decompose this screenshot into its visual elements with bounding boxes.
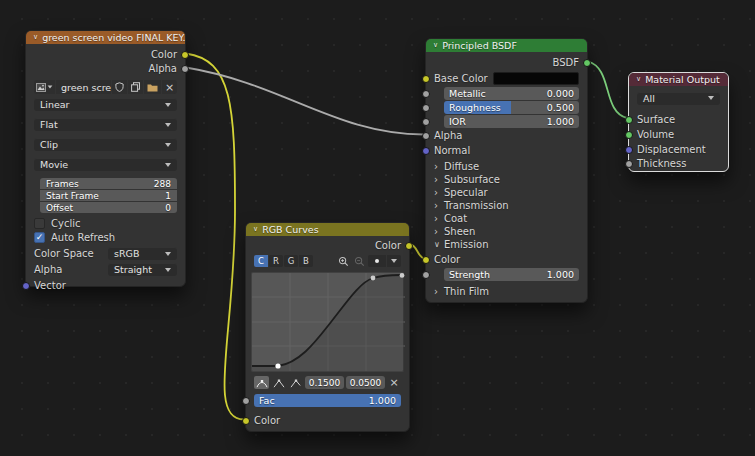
curve-point[interactable] — [371, 276, 376, 281]
ior-row: IOR 1.000 — [426, 115, 587, 128]
strength-slider[interactable]: Strength 1.000 — [444, 268, 579, 281]
bsdf-output-row: BSDF — [426, 56, 587, 69]
channel-g-button[interactable]: G — [284, 255, 298, 267]
output-color-row: Color — [26, 48, 185, 61]
zoom-out-button[interactable] — [352, 255, 367, 267]
offset-value: 0 — [165, 203, 171, 213]
auto-refresh-label: Auto Refresh — [51, 232, 115, 243]
open-image-button[interactable] — [144, 80, 161, 94]
delete-point-button[interactable]: × — [387, 376, 401, 389]
normal-input-socket[interactable] — [422, 147, 430, 155]
alpha-mode-dropdown[interactable]: Straight — [108, 263, 177, 276]
cyclic-checkbox[interactable] — [34, 218, 45, 229]
principled-header[interactable]: ∨ Principled BSDF — [426, 39, 587, 52]
interpolation-dropdown[interactable]: Linear — [34, 98, 177, 111]
metallic-socket[interactable] — [422, 90, 430, 98]
material-output-header[interactable]: ∨ Material Output — [629, 73, 728, 86]
zoom-in-button[interactable] — [336, 255, 351, 267]
target-dropdown[interactable]: All — [637, 92, 720, 105]
section-sheen[interactable]: › Sheen — [426, 225, 587, 238]
channel-b-button[interactable]: B — [299, 255, 313, 267]
alpha-mode-value: Straight — [114, 264, 152, 275]
node-editor-canvas[interactable]: ∨ green screen video FINAL KEY.mov Color… — [0, 0, 755, 456]
principled-bsdf-node[interactable]: ∨ Principled BSDF BSDF Base Color Metall… — [425, 38, 588, 303]
handle-vector-button[interactable] — [271, 376, 286, 389]
point-x-field[interactable]: 0.1500 — [305, 376, 344, 389]
wire-bsdf-to-surface[interactable] — [588, 62, 627, 119]
start-frame-value: 1 — [165, 191, 171, 201]
section-diffuse[interactable]: › Diffuse — [426, 160, 587, 173]
base-color-socket[interactable] — [422, 75, 430, 83]
section-label: Transmission — [444, 200, 509, 211]
projection-dropdown[interactable]: Flat — [34, 118, 177, 131]
curves-color-output-socket[interactable] — [405, 242, 413, 250]
rgb-curves-header[interactable]: ∨ RGB Curves — [246, 223, 409, 236]
fake-user-button[interactable] — [112, 80, 127, 94]
curve-widget[interactable] — [251, 272, 404, 372]
ior-socket[interactable] — [422, 118, 430, 126]
emission-color-socket[interactable] — [422, 256, 430, 264]
fac-input-socket[interactable] — [242, 397, 250, 405]
color-space-dropdown[interactable]: sRGB — [108, 247, 177, 260]
base-color-swatch[interactable] — [493, 72, 579, 85]
curve-point-selected[interactable] — [275, 363, 280, 368]
rgb-curves-node[interactable]: ∨ RGB Curves Color C R G B — [245, 222, 410, 432]
section-transmission[interactable]: › Transmission — [426, 199, 587, 212]
bsdf-output-socket[interactable] — [583, 59, 591, 67]
metallic-label: Metallic — [449, 88, 486, 99]
clipping-button[interactable] — [368, 255, 386, 267]
collapse-icon[interactable]: ∨ — [33, 34, 38, 41]
section-subsurface[interactable]: › Subsurface — [426, 173, 587, 186]
wire-color-to-curves[interactable] — [186, 54, 244, 420]
section-emission[interactable]: ∨ Emission — [426, 238, 587, 251]
image-browse-button[interactable] — [34, 80, 55, 94]
strength-socket[interactable] — [422, 271, 430, 279]
channel-c-button[interactable]: C — [254, 255, 268, 267]
thickness-input-socket[interactable] — [625, 160, 633, 168]
color-output-socket[interactable] — [181, 51, 189, 59]
ior-slider[interactable]: IOR 1.000 — [444, 115, 579, 128]
projection-value: Flat — [40, 119, 58, 130]
collapse-icon[interactable]: ∨ — [433, 42, 438, 49]
alpha-output-socket[interactable] — [181, 65, 189, 73]
frames-field[interactable]: Frames 288 — [40, 178, 177, 189]
fac-value: 1.000 — [369, 395, 396, 406]
source-dropdown[interactable]: Movie — [34, 158, 177, 171]
node-title: Principled BSDF — [442, 40, 517, 51]
unlink-image-button[interactable]: × — [162, 80, 177, 94]
collapse-icon[interactable]: ∨ — [253, 226, 258, 233]
handle-auto-button[interactable] — [254, 376, 269, 389]
roughness-socket[interactable] — [422, 104, 430, 112]
image-texture-node[interactable]: ∨ green screen video FINAL KEY.mov Color… — [25, 30, 186, 287]
cyclic-label: Cyclic — [51, 218, 80, 229]
collapse-icon[interactable]: ∨ — [636, 76, 641, 83]
section-coat[interactable]: › Coat — [426, 212, 587, 225]
volume-input-socket[interactable] — [625, 131, 633, 139]
curve-tools-button[interactable] — [387, 255, 401, 267]
curve-point[interactable] — [400, 273, 405, 278]
material-output-node[interactable]: ∨ Material Output All Surface Volume Dis… — [628, 72, 729, 172]
curves-color-input-socket[interactable] — [242, 417, 250, 425]
metallic-slider[interactable]: Metallic 0.000 — [444, 87, 579, 100]
normal-input-row: Normal — [426, 144, 587, 157]
image-texture-header[interactable]: ∨ green screen video FINAL KEY.mov — [26, 31, 185, 44]
handle-auto-icon — [256, 378, 268, 388]
alpha-input-socket[interactable] — [422, 132, 430, 140]
displacement-input-socket[interactable] — [625, 146, 633, 154]
image-name-field[interactable]: green screen vid... — [56, 80, 111, 94]
start-frame-field[interactable]: Start Frame 1 — [40, 190, 177, 201]
point-y-field[interactable]: 0.0500 — [346, 376, 385, 389]
channel-r-button[interactable]: R — [269, 255, 283, 267]
extension-dropdown[interactable]: Clip — [34, 138, 177, 151]
section-specular[interactable]: › Specular — [426, 186, 587, 199]
fac-row: Fac 1.000 — [246, 394, 409, 407]
offset-field[interactable]: Offset 0 — [40, 202, 177, 213]
section-thin-film[interactable]: › Thin Film — [426, 285, 587, 298]
fac-slider[interactable]: Fac 1.000 — [254, 394, 401, 407]
auto-refresh-checkbox[interactable]: ✓ — [34, 232, 45, 243]
duplicate-image-button[interactable] — [128, 80, 143, 94]
surface-input-socket[interactable] — [625, 116, 633, 124]
handle-free-button[interactable] — [288, 376, 303, 389]
roughness-slider[interactable]: Roughness 0.500 — [444, 101, 579, 114]
vector-input-socket[interactable] — [22, 282, 30, 290]
